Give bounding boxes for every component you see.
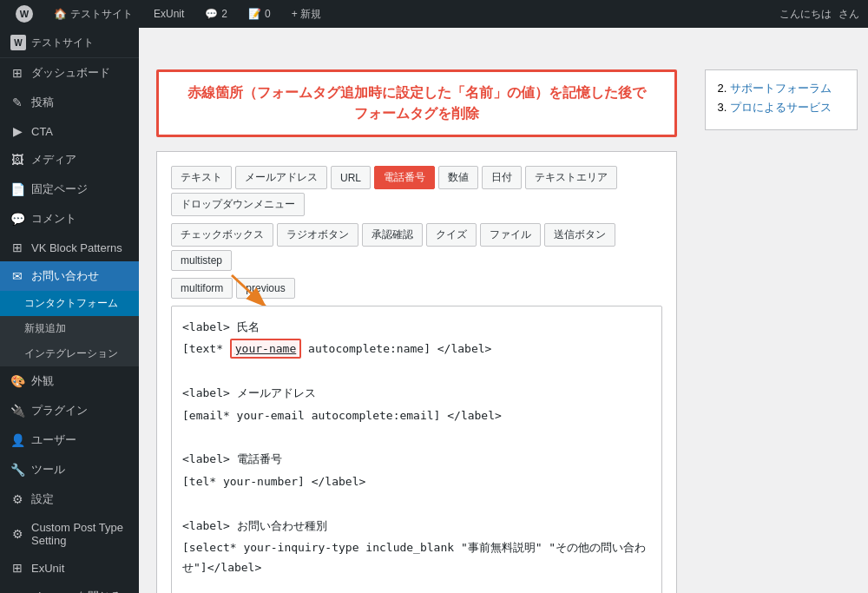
sidebar-item-exunit[interactable]: ⊞ ExUnit <box>0 554 139 582</box>
sidebar-item-label: ツール <box>31 462 65 478</box>
sidebar-item-label: 設定 <box>31 491 54 507</box>
right-sidebar: サポートフォーラム プロによるサービス <box>694 28 868 593</box>
admin-bar-site-name: テストサイト <box>70 7 133 22</box>
sidebar-item-close-menu[interactable]: ← メニューを閉じる <box>0 582 139 593</box>
sidebar-item-label: インテグレーション <box>24 346 118 361</box>
form-line-2: [text* your-name autocomplete:name] </la… <box>182 339 651 359</box>
sidebar-link-pro[interactable]: プロによるサービス <box>730 101 832 114</box>
form-your-name: your-name <box>235 342 296 355</box>
form-line-1: <label> 氏名 <box>182 317 651 337</box>
sidebar-item-pages[interactable]: 📄 固定ページ <box>0 175 139 204</box>
sidebar-links-list: サポートフォーラム プロによるサービス <box>716 81 846 115</box>
sidebar-submenu-contact: コンタクトフォーム 新規追加 インテグレーション <box>0 291 139 366</box>
sidebar-item-label: 固定ページ <box>31 181 88 197</box>
sidebar-item-contact[interactable]: ✉ お問い合わせ <box>0 261 139 291</box>
admin-bar-user: さん <box>838 7 859 22</box>
exunit-icon: ⊞ <box>10 561 24 575</box>
tag-btn-acceptance[interactable]: 承認確認 <box>362 223 423 247</box>
form-highlighted-tag: your-name <box>230 339 301 359</box>
sidebar-link-item-1: サポートフォーラム <box>730 81 846 96</box>
form-line-2-suffix: autocomplete:name] </label> <box>301 342 491 355</box>
sidebar-item-comments[interactable]: 💬 コメント <box>0 204 139 234</box>
media-icon: 🖼 <box>10 153 24 167</box>
form-line-11: [select* your-inquiry-type include_blank… <box>182 537 651 578</box>
sidebar-menu: ⊞ ダッシュボード ✎ 投稿 ▶ CTA 🖼 メディア 📄 固定ページ 💬 コメ… <box>0 58 139 593</box>
settings-icon: ⚙ <box>10 492 24 506</box>
tag-btn-textarea[interactable]: テキストエリア <box>525 166 617 189</box>
cpt-icon: ⚙ <box>10 527 24 541</box>
admin-bar-exunit[interactable]: ExUnit <box>147 0 191 28</box>
tag-btn-file[interactable]: ファイル <box>480 223 541 247</box>
tag-btn-previous[interactable]: previous <box>236 278 294 299</box>
sidebar-item-label: ユーザー <box>31 432 76 448</box>
tag-btn-url[interactable]: URL <box>331 166 371 189</box>
form-line-5: [email* your-email autocomplete:email] <… <box>182 405 651 425</box>
sidebar-item-label: お問い合わせ <box>31 268 99 284</box>
users-icon: 👤 <box>10 433 24 447</box>
sidebar-item-dashboard[interactable]: ⊞ ダッシュボード <box>0 58 139 88</box>
sidebar-site-icon: W <box>10 35 26 50</box>
form-line-4: <label> メールアドレス <box>182 383 651 403</box>
content-area: 赤線箇所（フォームタグ追加時に設定した「名前」の値）を記憶した後で フォームタグ… <box>139 56 694 593</box>
tag-btn-dropdown[interactable]: ドロップダウンメニュー <box>171 193 305 216</box>
admin-bar-site[interactable]: 🏠 テストサイト <box>47 0 140 28</box>
tag-btn-radio[interactable]: ラジオボタン <box>277 223 358 247</box>
sidebar-item-label: 新規追加 <box>24 321 66 336</box>
sidebar-item-contact-form[interactable]: コンタクトフォーム <box>0 291 139 316</box>
sidebar-item-users[interactable]: 👤 ユーザー <box>0 425 139 455</box>
sidebar-link-support[interactable]: サポートフォーラム <box>730 82 832 95</box>
sidebar-item-label: メディア <box>31 152 76 168</box>
admin-bar-post-count: 0 <box>265 8 271 20</box>
sidebar-item-vkblocks[interactable]: ⊞ VK Block Patterns <box>0 234 139 261</box>
sidebar-item-label: コンタクトフォーム <box>24 296 118 311</box>
sidebar-item-posts[interactable]: ✎ 投稿 <box>0 88 139 117</box>
sidebar-site-name-row[interactable]: W テストサイト <box>0 28 139 58</box>
admin-bar-posts-count[interactable]: 📝 0 <box>241 0 278 28</box>
form-textarea[interactable]: <label> 氏名 [text* your-name autocomplete… <box>171 306 662 593</box>
tag-btn-submit[interactable]: 送信ボタン <box>544 223 615 247</box>
dashboard-icon: ⊞ <box>10 66 24 80</box>
main-content: 赤線箇所（フォームタグ追加時に設定した「名前」の値）を記憶した後で フォームタグ… <box>139 28 694 593</box>
sidebar-item-tools[interactable]: 🔧 ツール <box>0 455 139 484</box>
admin-bar: W 🏠 テストサイト ExUnit 💬 2 📝 0 + 新規 こんにちは さん <box>0 0 868 28</box>
sidebar-item-label: プラグイン <box>31 403 88 418</box>
sidebar-site-label: テストサイト <box>31 36 94 50</box>
sidebar-item-plugins[interactable]: 🔌 プラグイン <box>0 396 139 425</box>
tools-icon: 🔧 <box>10 463 24 477</box>
tag-btn-tel[interactable]: 電話番号 <box>374 166 435 189</box>
tag-btn-date[interactable]: 日付 <box>482 166 522 189</box>
admin-bar-new-label: + 新規 <box>292 7 321 22</box>
sidebar-item-cpt-setting[interactable]: ⚙ Custom Post Type Setting <box>0 514 139 554</box>
tag-btn-text[interactable]: テキスト <box>171 166 232 189</box>
plugins-icon: 🔌 <box>10 404 24 418</box>
right-sidebar-box: サポートフォーラム プロによるサービス <box>705 69 858 130</box>
form-line-12 <box>182 580 651 593</box>
form-line-3 <box>182 361 651 381</box>
sidebar-item-media[interactable]: 🖼 メディア <box>0 145 139 175</box>
admin-bar-comment-count: 2 <box>221 8 227 20</box>
sidebar: W テストサイト ⊞ ダッシュボード ✎ 投稿 ▶ CTA 🖼 メディア 📄 固… <box>0 0 139 593</box>
sidebar-item-label: コメント <box>31 211 76 227</box>
wp-logo: W <box>16 5 33 23</box>
tag-btn-number[interactable]: 数値 <box>438 166 478 189</box>
form-line-7: <label> 電話番号 <box>182 449 651 469</box>
admin-bar-exunit-label: ExUnit <box>154 8 184 20</box>
admin-bar-comments[interactable]: 💬 2 <box>198 0 234 28</box>
admin-bar-wp[interactable]: W <box>9 0 40 28</box>
tag-btn-checkbox[interactable]: チェックボックス <box>171 223 273 247</box>
admin-bar-new[interactable]: + 新規 <box>285 0 328 28</box>
sidebar-item-appearance[interactable]: 🎨 外観 <box>0 366 139 396</box>
tag-btn-multistep[interactable]: multistep <box>171 250 232 271</box>
tag-btn-multiform[interactable]: multiform <box>171 278 233 299</box>
tag-btn-quiz[interactable]: クイズ <box>426 223 477 247</box>
sidebar-item-cta[interactable]: ▶ CTA <box>0 117 139 145</box>
sidebar-item-label: 外観 <box>31 373 54 389</box>
admin-bar-right: こんにちは さん <box>779 7 859 22</box>
tag-btn-email[interactable]: メールアドレス <box>235 166 327 189</box>
sidebar-item-new-add[interactable]: 新規追加 <box>0 316 139 341</box>
vkblocks-icon: ⊞ <box>10 240 24 254</box>
sidebar-item-settings[interactable]: ⚙ 設定 <box>0 484 139 514</box>
sidebar-item-integration[interactable]: インテグレーション <box>0 341 139 366</box>
post-count-icon: 📝 <box>248 8 261 20</box>
admin-bar-site-icon: 🏠 <box>54 8 67 20</box>
